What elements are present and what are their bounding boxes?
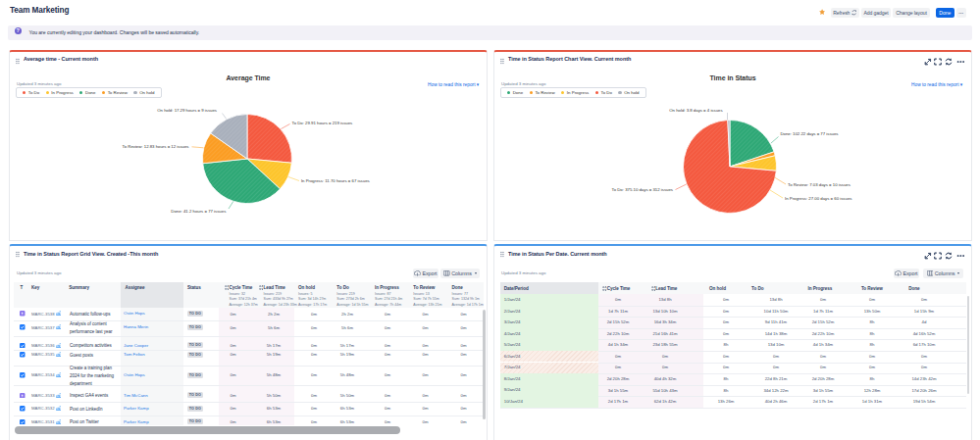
- svg-text:To Review: 12.83 hours = 12 is: To Review: 12.83 hours = 12 issues: [123, 144, 189, 149]
- svg-text:Done: 102.22 days = 77 issues: Done: 102.22 days = 77 issues: [780, 131, 838, 136]
- svg-text:On hold: 3.8 days = 4 issues: On hold: 3.8 days = 4 issues: [669, 108, 722, 113]
- svg-text:In Progress: 27.00 days = 60 i: In Progress: 27.00 days = 60 issues: [785, 196, 851, 201]
- svg-text:To Do: 375.10 days = 312 issue: To Do: 375.10 days = 312 issues: [612, 187, 673, 192]
- svg-text:To Review: 7.03 days = 10 issu: To Review: 7.03 days = 10 issues: [788, 182, 851, 187]
- svg-text:In Progress: 11.70 hours = 67: In Progress: 11.70 hours = 67 issues: [301, 178, 370, 183]
- svg-text:On hold: 17.29 hours = 9 issue: On hold: 17.29 hours = 9 issues: [157, 108, 217, 113]
- svg-text:To Do: 29.91 hours = 219 issue: To Do: 29.91 hours = 219 issues: [292, 121, 353, 125]
- svg-text:Done: 41.2 hours = 77 issues: Done: 41.2 hours = 77 issues: [171, 209, 226, 214]
